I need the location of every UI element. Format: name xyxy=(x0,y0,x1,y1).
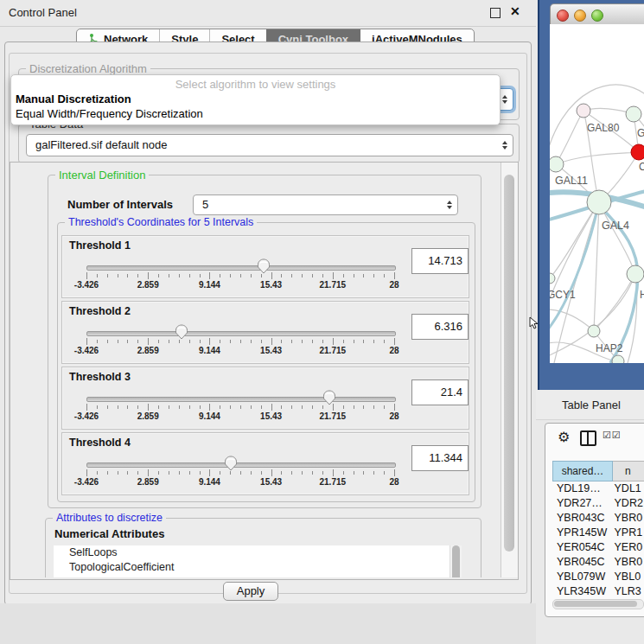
threshold-label: Threshold 1 xyxy=(69,239,131,252)
table-row[interactable]: YLR345WYLR3 xyxy=(552,584,644,599)
network-node[interactable] xyxy=(627,265,644,283)
mouse-cursor xyxy=(529,316,539,329)
threshold-row-1: Threshold 1-3.4262.8599.14415.4321.71528… xyxy=(61,235,469,298)
cell-shared-name: YPR145W xyxy=(552,526,611,540)
combo-stepper-icon xyxy=(447,201,452,209)
table-row[interactable]: YBL079WYBL0 xyxy=(552,570,644,584)
table-panel-toolbar: ⚙ ☑☑ xyxy=(545,427,644,450)
table-rows: YDL19…YDL1YDR27…YDR2YBR043CYBR0YPR145WYP… xyxy=(552,481,644,599)
close-icon[interactable]: ✕ xyxy=(510,4,520,18)
network-node[interactable] xyxy=(577,104,590,118)
thresholds-group: Threshold's Coordinates for 5 Intervals … xyxy=(57,222,475,502)
column-layout-icon[interactable] xyxy=(580,430,596,446)
slider-thumb[interactable] xyxy=(224,456,238,471)
cell-name: YBL0 xyxy=(611,570,644,584)
slider-ticks xyxy=(62,469,469,477)
combo-stepper-icon xyxy=(502,95,507,104)
slider-track[interactable] xyxy=(86,397,396,402)
numerical-attributes-list[interactable]: SelfLoopsTopologicalCoefficientBetweenne… xyxy=(54,545,450,577)
mac-zoom-icon[interactable] xyxy=(591,10,603,22)
cell-name: YER0 xyxy=(611,540,644,555)
table-panel-title: Table Panel xyxy=(562,399,621,411)
network-node[interactable] xyxy=(550,273,555,284)
slider-track[interactable] xyxy=(86,331,396,336)
cell-shared-name: YER054C xyxy=(552,540,611,555)
table-row[interactable]: YBR045CYBR0 xyxy=(552,555,644,570)
slider-track[interactable] xyxy=(86,265,396,271)
table-horizontal-scrollbar[interactable] xyxy=(552,599,644,609)
combo-stepper-icon xyxy=(502,141,507,150)
popup-item-manual-discretization[interactable]: Manual Discretization xyxy=(16,92,131,105)
numerical-attributes-label: Numerical Attributes xyxy=(54,527,164,540)
mac-close-icon[interactable] xyxy=(557,10,569,22)
table-row[interactable]: YDR27…YDR2 xyxy=(552,496,644,511)
threshold-label: Threshold 4 xyxy=(69,437,131,449)
cell-name: YBR0 xyxy=(611,511,644,526)
threshold-value-field[interactable]: 11.344 xyxy=(411,445,469,471)
gear-icon[interactable]: ⚙ xyxy=(558,429,570,445)
threshold-value-field[interactable]: 6.316 xyxy=(411,314,469,340)
network-node[interactable] xyxy=(587,190,611,214)
popup-item-equal-width-frequency[interactable]: Equal Width/Frequency Discretization xyxy=(16,107,203,120)
slider-thumb[interactable] xyxy=(322,390,336,405)
group-title-thresholds: Threshold's Coordinates for 5 Intervals xyxy=(65,216,257,228)
slider-ticks xyxy=(62,338,469,346)
slider-tick-labels: -3.4262.8599.14415.4321.71528 xyxy=(62,346,469,358)
network-node[interactable] xyxy=(612,355,624,363)
group-title-interval-definition: Interval Definition xyxy=(55,169,149,182)
table-row[interactable]: YPR145WYPR1 xyxy=(552,526,644,540)
network-node-label: HAP2 xyxy=(596,342,623,354)
attribute-list-item[interactable]: SelfLoops xyxy=(54,545,450,560)
network-view[interactable]: GAL80GACGAL11GAL4GCY1HHAP2 xyxy=(550,24,644,363)
table-row[interactable]: YBR043CYBR0 xyxy=(552,511,644,526)
table-row[interactable]: YER054CYER0 xyxy=(552,540,644,555)
interval-definition-group: Interval Definition Number of Intervals … xyxy=(48,175,481,508)
threshold-value-field[interactable]: 21.4 xyxy=(411,379,469,405)
footer-strip xyxy=(0,603,536,644)
slider-thumb[interactable] xyxy=(257,258,271,274)
table-header-row: shared… n xyxy=(552,461,644,481)
network-edge[interactable] xyxy=(550,309,594,331)
cell-shared-name: YBR045C xyxy=(552,555,611,570)
slider-ticks xyxy=(62,404,469,411)
right-region: GAL80GACGAL11GAL4GCY1HHAP2 Table Panel ⚙… xyxy=(536,0,644,644)
attribute-list-item[interactable]: BetweennessCentrality xyxy=(54,575,450,577)
slider-tick-labels: -3.4262.8599.14415.4321.71528 xyxy=(62,411,469,424)
slider-tick-labels: -3.4262.8599.14415.4321.71528 xyxy=(62,477,469,489)
table-row[interactable]: YDL19…YDL1 xyxy=(552,481,644,496)
slider-track[interactable] xyxy=(86,462,396,468)
apply-button[interactable]: Apply xyxy=(223,582,278,601)
network-edge[interactable] xyxy=(556,111,583,164)
network-node-label: GAL11 xyxy=(555,175,588,187)
number-of-intervals-combo[interactable]: 5 xyxy=(193,194,458,215)
slider-thumb[interactable] xyxy=(175,324,188,340)
cell-shared-name: YBL079W xyxy=(552,570,611,584)
threshold-label: Threshold 3 xyxy=(69,371,131,383)
threshold-value-field[interactable]: 14.713 xyxy=(411,248,469,274)
column-header-name[interactable]: n xyxy=(613,461,644,481)
group-title-discretization-algorithm: Discretization Algorithm xyxy=(26,62,150,75)
column-header-shared-name[interactable]: shared… xyxy=(552,461,613,481)
settings-vertical-scrollbar[interactable] xyxy=(501,163,518,577)
number-of-intervals-label: Number of Intervals xyxy=(67,198,173,211)
attribute-list-item[interactable]: TopologicalCoefficient xyxy=(54,560,450,575)
float-window-icon[interactable] xyxy=(490,8,501,18)
table-data-combo[interactable]: galFiltered.sif default node xyxy=(26,134,513,156)
cell-shared-name: YDR27… xyxy=(552,496,611,511)
table-panel-body: ⚙ ☑☑ shared… n YDL19…YDL1YDR27…YDR2YBR04… xyxy=(545,423,644,617)
checkbox-filter-icons[interactable]: ☑☑ xyxy=(603,430,622,441)
table-data-combo-value: galFiltered.sif default node xyxy=(35,135,167,156)
cyni-toolbox-content: Discretization Algorithm Table Data galF… xyxy=(4,41,532,605)
network-window-titlebar[interactable] xyxy=(550,3,644,26)
network-node[interactable] xyxy=(631,144,644,160)
network-node[interactable] xyxy=(626,106,641,122)
network-node[interactable] xyxy=(588,325,600,337)
network-node-label: GAL80 xyxy=(587,122,620,134)
mac-minimize-icon[interactable] xyxy=(574,10,586,22)
attributes-list-scrollbar[interactable] xyxy=(450,545,462,577)
network-node[interactable] xyxy=(550,156,564,172)
cell-name: YLR3 xyxy=(611,584,644,599)
cell-name: YDR2 xyxy=(611,496,644,511)
network-edge[interactable] xyxy=(556,152,639,164)
number-of-intervals-value: 5 xyxy=(202,195,208,214)
